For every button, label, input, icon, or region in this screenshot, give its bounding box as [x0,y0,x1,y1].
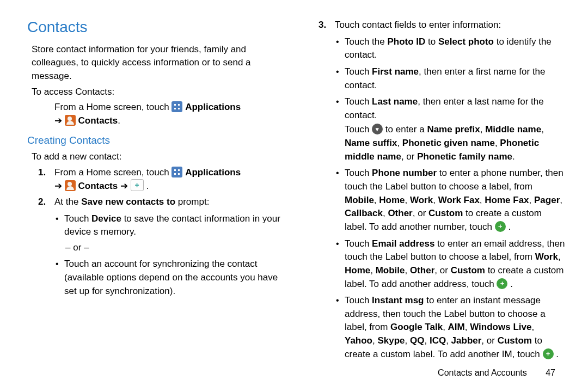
contacts-label: Contacts [78,181,118,191]
sep: , [558,252,561,262]
label-jabber: Jabber [451,335,482,346]
text: Touch [64,213,91,224]
applications-label: Applications [185,102,241,112]
intro-paragraph: Store contact information for your frien… [32,43,286,83]
middle-name-bold: Middle name [485,124,541,134]
label-workfax: Work Fax [438,195,480,205]
device-bold: Device [91,213,121,224]
label-skype: Skype [377,335,405,346]
phonetic-family-bold: Phonetic family name [417,151,512,162]
access-line: To access Contacts: [32,85,286,99]
section-heading: Contacts [27,16,286,39]
text: Touch [345,66,372,77]
sep: , [405,265,410,275]
sep: , [370,265,375,275]
label-homefax: Home Fax [485,195,529,205]
sep: , [374,195,379,205]
text: Touch the [345,36,387,47]
label-aim: AIM [448,322,465,332]
sep: , [424,335,429,346]
label-custom: Custom [498,335,532,346]
bullet-im: Touch Instant msg to enter an instant me… [335,294,566,361]
label-qq: QQ [410,335,424,346]
page-footer: Contacts and Accounts 47 [438,366,555,379]
label-pager: Pager [534,195,560,205]
label-other: Other [410,265,434,275]
text: From a Home screen, touch [54,167,171,177]
name-prefix-bold: Name prefix [427,124,480,134]
first-name-bold: First name [372,66,419,77]
text: to [425,36,438,47]
text: to enter a [385,124,427,134]
label-other: Other [388,208,412,218]
arrow: ➔ [54,115,65,126]
contacts-icon [65,180,76,191]
bullet-device: Touch Device to save the contact informa… [54,212,286,239]
sep: , [531,322,534,332]
text: Touch contact fields to enter informatio… [335,20,501,30]
contacts-label: Contacts [78,115,118,126]
sep: , [405,195,410,205]
phonetic-given-bold: Phonetic given name [402,138,495,148]
bullet-phone: Touch Phone number to enter a phone numb… [335,167,566,234]
add-icon: + [543,348,554,359]
page-number: 47 [546,368,555,377]
add-icon: + [497,278,507,289]
step-1: 1. From a Home screen, touch Application… [27,166,286,193]
label-custom: Custom [451,265,485,275]
label-home: Home [345,265,370,275]
label-work: Work [535,252,558,262]
arrow: ➔ [54,181,65,191]
email-bold: Email address [372,238,434,249]
bullet-last-name: Touch Last name, then enter a last name … [335,95,566,163]
sep: , [495,138,500,148]
step-3: 3. Touch contact fields to enter informa… [308,19,566,361]
text: Touch [345,168,372,178]
photo-id-bold: Photo ID [387,36,425,47]
text: At the [54,197,81,207]
last-name-bold: Last name [372,96,418,107]
label-gtalk: Google Talk [390,322,443,332]
sep: , [480,124,485,134]
select-photo-bold: Select photo [438,36,494,47]
period: . [510,279,513,289]
period: . [512,151,515,162]
access-step: From a Home screen, touch Applications ➔… [27,101,286,127]
period: . [508,222,511,232]
sep: , [383,208,388,218]
bullet-photo: Touch the Photo ID to Select photo to id… [335,35,566,62]
add-contact-icon: + [131,179,144,191]
label-home: Home [379,195,405,205]
add-new-line: To add a new contact: [32,150,286,164]
footer-section: Contacts and Accounts [438,368,527,377]
period: . [556,349,559,359]
applications-icon [171,101,182,112]
text: prompt: [175,197,209,207]
label-custom: Custom [428,208,463,218]
step-2: 2. At the Save new contacts to prompt: T… [27,195,286,298]
or-text: , or [413,208,428,218]
sep: , [405,335,410,346]
or-text: , or [434,265,450,275]
sep: , [465,322,470,332]
applications-label: Applications [185,167,241,177]
sep: , [397,138,402,148]
text: Touch [345,295,372,305]
period: . [118,115,120,126]
chevron-down-icon: ▾ [372,124,383,134]
phone-number-bold: Phone number [372,168,437,178]
text: From a Home screen, touch [54,102,171,112]
sep: , [480,195,485,205]
or-text: , or [481,335,497,346]
sep: , [446,335,451,346]
sep: , [433,195,438,205]
step-number: 3. [318,19,326,32]
contacts-icon [65,115,76,126]
applications-icon [171,167,182,177]
sep: , [560,195,562,205]
label-work: Work [410,195,433,205]
period: . [146,181,149,191]
im-bold: Instant msg [372,295,424,305]
label-yahoo: Yahoo [345,335,372,346]
label-mobile: Mobile [345,195,374,205]
